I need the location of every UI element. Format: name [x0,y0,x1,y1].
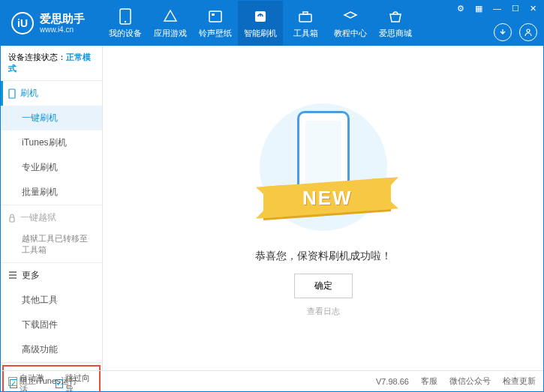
nav-label: 爱思商城 [379,28,412,39]
nav-flash[interactable]: 智能刷机 [238,1,283,46]
close-button[interactable]: ✕ [527,2,539,15]
app-name: 爱思助手 [40,13,85,25]
phone-icon [8,88,16,99]
logo-icon: iU [11,12,34,34]
user-icon[interactable] [519,23,537,41]
window-controls: ⚙ ▦ — ☐ ✕ [455,2,539,15]
user-area [494,23,537,41]
nav-store[interactable]: 爱思商城 [373,1,418,46]
menu-icon [8,271,17,279]
checkbox-block-itunes[interactable]: 阻止iTunes运行 [8,376,77,387]
ok-button[interactable]: 确定 [294,274,353,298]
success-message: 恭喜您，保资料刷机成功啦！ [255,250,392,263]
group-label: 刷机 [20,87,38,100]
sidebar-item-advanced[interactable]: 高级功能 [1,337,102,362]
nav-ringtones[interactable]: 铃声壁纸 [193,1,238,46]
flash-icon [252,8,269,25]
sidebar-group-jailbreak: 一键越狱 [1,205,102,230]
view-log-link[interactable]: 查看日志 [307,306,340,317]
sidebar-item-batch-flash[interactable]: 批量刷机 [1,180,102,205]
minimize-button[interactable]: — [491,2,503,15]
tutorial-icon [342,8,359,25]
sidebar-item-pro-flash[interactable]: 专业刷机 [1,155,102,180]
download-icon[interactable] [494,23,512,41]
svg-rect-5 [299,14,311,22]
nav-my-device[interactable]: 我的设备 [103,1,148,46]
toolbox-icon [297,8,314,25]
main-content: NEW 恭喜您，保资料刷机成功啦！ 确定 查看日志 [103,46,543,370]
nav-label: 我的设备 [109,28,142,39]
sidebar-group-more[interactable]: 更多 [1,263,102,288]
checkbox-label: 阻止iTunes运行 [20,376,77,387]
nav-label: 教程中心 [334,28,367,39]
ribbon-text: NEW [302,186,352,209]
skin-button[interactable]: ▦ [473,2,485,15]
apps-icon [162,8,179,25]
app-site: www.i4.cn [40,25,85,34]
connection-status: 设备连接状态：正常模式 [1,46,102,81]
status-label: 设备连接状态： [8,52,66,61]
footer-update[interactable]: 检查更新 [503,376,536,387]
success-illustration: NEW [256,100,391,235]
svg-rect-6 [303,12,308,14]
nav-toolbox[interactable]: 工具箱 [283,1,328,46]
nav-label: 工具箱 [293,28,318,39]
svg-rect-2 [209,11,221,22]
sidebar-item-download-firmware[interactable]: 下载固件 [1,313,102,337]
wallpaper-icon [207,8,224,25]
svg-point-7 [527,29,530,32]
version-label: V7.98.66 [376,377,409,386]
footer-wechat[interactable]: 微信公众号 [449,376,491,387]
store-icon [387,8,404,25]
nav-label: 应用游戏 [154,28,187,39]
footer: 阻止iTunes运行 V7.98.66 客服 微信公众号 检查更新 [1,370,543,391]
device-icon [117,8,134,25]
main-nav: 我的设备 应用游戏 铃声壁纸 智能刷机 工具箱 教程中心 [103,1,418,46]
settings-button[interactable]: ⚙ [455,2,467,15]
sidebar: 设备连接状态：正常模式 刷机 一键刷机 iTunes刷机 专业刷机 批量刷机 一… [1,46,103,370]
group-label: 一键越狱 [20,211,56,224]
titlebar: iU 爱思助手 www.i4.cn 我的设备 应用游戏 铃声壁纸 智能刷机 [1,1,543,46]
sidebar-item-oneclick-flash[interactable]: 一键刷机 [1,106,102,130]
sidebar-item-itunes-flash[interactable]: iTunes刷机 [1,130,102,155]
group-label: 更多 [22,269,40,282]
footer-service[interactable]: 客服 [421,376,437,387]
lock-icon [8,214,16,223]
maximize-button[interactable]: ☐ [509,2,521,15]
svg-rect-8 [9,89,15,98]
nav-label: 智能刷机 [244,28,277,39]
svg-rect-3 [212,13,215,16]
app-logo: iU 爱思助手 www.i4.cn [1,12,95,34]
nav-tutorials[interactable]: 教程中心 [328,1,373,46]
jailbreak-note: 越狱工具已转移至工具箱 [1,230,102,262]
svg-rect-9 [10,217,14,222]
nav-apps[interactable]: 应用游戏 [148,1,193,46]
sidebar-group-flash[interactable]: 刷机 [1,81,102,106]
sidebar-item-other-tools[interactable]: 其他工具 [1,288,102,313]
nav-label: 铃声壁纸 [199,28,232,39]
svg-point-1 [125,20,126,22]
